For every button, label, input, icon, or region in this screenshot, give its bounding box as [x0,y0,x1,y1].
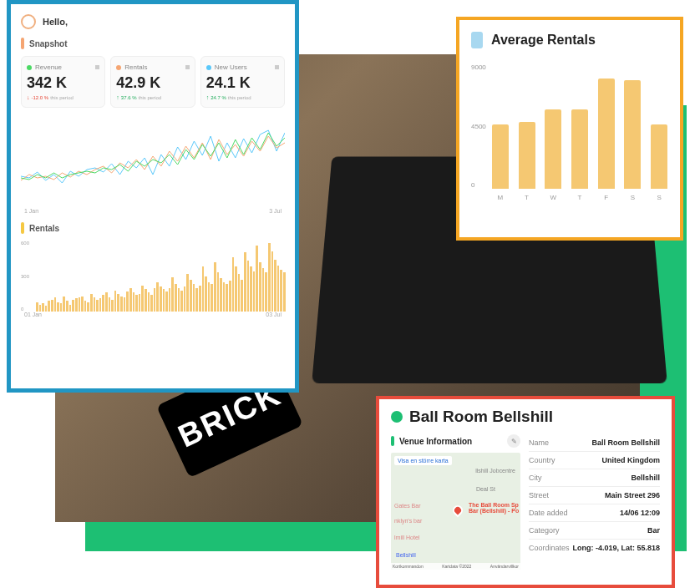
bar [66,301,68,312]
bar [154,288,156,312]
venue-field-row: Date added14/06 12:09 [529,504,660,522]
bar [60,303,63,312]
venue-field-row: CityBellshill [529,469,660,487]
venue-fields: NameBall Room BellshillCountryUnited Kin… [529,434,660,570]
arrow-up-icon: ↑ [116,94,119,100]
rentals-title: Rentals [29,224,59,233]
field-label: Date added [529,509,568,517]
field-label: Street [529,491,549,499]
bar [283,272,286,312]
y-tick: 0 [21,307,29,312]
field-value: Bellshill [631,474,660,482]
venue-field-row: CategoryBar [529,522,660,540]
venue-field-row: CountryUnited Kingdom [529,452,660,469]
x-tick: W [545,194,561,201]
section-accent-icon [21,222,24,234]
map-place-label: nklyn's bar [394,518,422,524]
bar [145,289,147,312]
bar [253,271,256,312]
bar [235,266,237,312]
stat-value: 24.1 K [206,74,279,92]
arrow-down-icon: ↓ [27,94,30,100]
bar [217,272,220,312]
field-value: United Kingdom [602,456,661,464]
more-icon[interactable] [275,65,279,69]
bar [139,294,141,312]
x-tick: M [492,194,509,201]
map-pin-icon [451,504,465,518]
bar [205,276,207,312]
bar [160,286,162,312]
venue-title: Ball Room Bellshill [409,408,553,426]
snapshot-line-chart [21,118,285,201]
bar [250,266,252,312]
stat-change: 37.6 % [121,95,137,100]
field-value: Main Street 296 [605,491,660,499]
bar [117,294,119,312]
stat-card-revenue[interactable]: Revenue 342 K ↓ -12.0 % this period [21,56,105,108]
avatar[interactable] [21,14,36,29]
y-tick: 9000 [471,63,486,71]
field-label: City [529,474,542,482]
field-label: Country [529,456,555,464]
bar [51,300,53,312]
venue-info-title: Venue Information [399,437,472,446]
map-place-label: Gates Bar [394,503,421,509]
bar [129,288,132,312]
map-expand-link[interactable]: Visa en större karta [394,456,452,465]
y-tick: 300 [21,274,29,279]
stat-card-newusers[interactable]: New Users 24.1 K ↑ 24.7 % this period [200,56,285,108]
bar [229,281,231,312]
avg-header: Average Rentals [471,32,668,48]
rentals-header: Rentals [21,222,285,234]
bar [120,297,123,312]
field-value: Long: -4.019, Lat: 55.818 [572,544,660,552]
bar [280,270,282,312]
bar [624,80,641,189]
avg-x-axis: MTWTFSS [491,194,668,201]
x-tick: F [598,194,615,201]
bar [259,262,261,312]
venue-header: Ball Room Bellshill [391,408,660,426]
map-attr-text: Kartdata ©2022 [442,564,471,569]
stat-card-rentals[interactable]: Rentals 42.9 K ↑ 37.6 % this period [110,56,195,108]
bar [171,277,174,312]
x-tick: T [519,194,535,201]
avg-y-axis: 9000 4500 0 [471,63,486,189]
venue-map[interactable]: Visa en större karta llshill Jobcentre G… [391,453,520,570]
more-icon[interactable] [95,65,99,69]
bar [271,251,274,312]
field-value: Bar [647,526,660,535]
bar [256,246,258,312]
bar [190,280,192,312]
bar [57,302,59,312]
more-icon[interactable] [185,65,190,69]
bar [277,266,280,312]
bar [90,294,93,312]
bar [42,303,44,312]
bar [175,284,177,312]
bar [133,292,135,312]
bar [226,284,228,312]
field-value: Ball Room Bellshill [591,438,660,447]
bar [651,124,667,189]
venue-field-row: StreetMain Street 296 [529,487,660,504]
bar [126,291,129,312]
avg-bar-chart: 9000 4500 0 MTWTFSS [471,63,668,210]
bar [265,272,267,312]
bar [262,268,265,312]
rentals-y-axis: 600 300 0 [21,241,29,312]
date-end: 03 Jul [266,312,282,317]
bar [124,297,126,312]
bar [99,298,102,312]
map-attr-text: Användarvillkor [490,564,519,569]
bar [39,305,42,312]
bar [241,280,243,312]
bar [141,286,144,312]
status-dot-icon [391,411,403,423]
date-end: 3 Jul [269,208,282,214]
map-place-label: Bellshill [396,552,416,558]
bar [87,302,89,312]
map-attr-text: Kortkommandon [393,564,424,569]
edit-icon[interactable]: ✎ [507,434,520,448]
